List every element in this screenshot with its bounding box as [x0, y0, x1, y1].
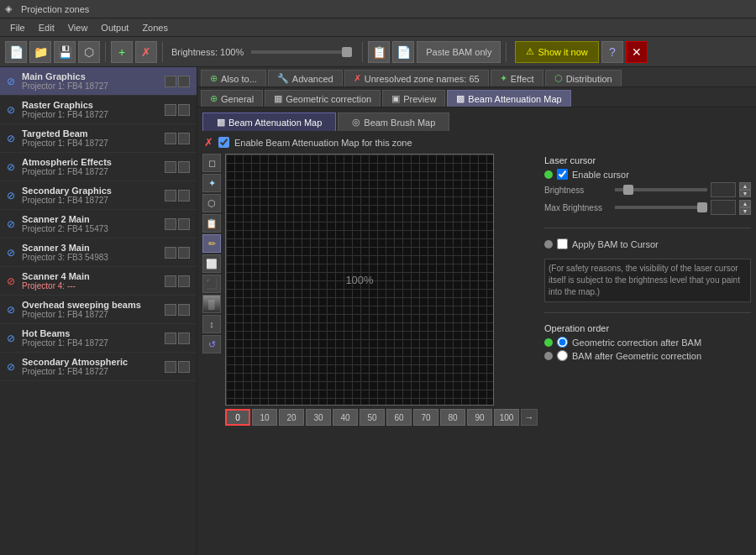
zone-item[interactable]: ⊘ Atmospheric Effects Projector 1: FB4 1…	[0, 153, 197, 181]
scale-50[interactable]: 50	[360, 409, 385, 426]
menu-zones[interactable]: Zones	[135, 21, 175, 34]
zone-item[interactable]: ⊘ Overhead sweeping beams Projector 1: F…	[0, 296, 197, 324]
zone-cb2[interactable]	[178, 161, 190, 173]
zone-cb1[interactable]	[165, 104, 176, 116]
add-btn[interactable]: +	[111, 41, 133, 63]
zone-item[interactable]: ⊘ Hot Beams Projector 1: FB4 18727	[0, 324, 197, 353]
paste-bam-button[interactable]: Paste BAM only	[417, 41, 501, 63]
copy-bam-btn[interactable]: 📋	[368, 41, 390, 63]
geo-after-bam-radio[interactable]	[557, 337, 568, 348]
zone-cb1[interactable]	[165, 332, 176, 344]
brightness-down[interactable]: ▼	[739, 190, 751, 197]
tab-beam-attenuation[interactable]: ▩ Beam Attenuation Map	[447, 90, 570, 107]
tab-distribution[interactable]: ⬡ Distribution	[545, 70, 622, 86]
zone-cb1[interactable]	[165, 190, 176, 202]
zone-name: Scanner 4 Main	[22, 271, 90, 281]
tool-fill[interactable]: ⬛	[202, 275, 221, 293]
brightness-slider[interactable]	[251, 50, 352, 54]
scale-80[interactable]: 80	[440, 409, 465, 426]
max-brightness-up[interactable]: ▲	[739, 200, 751, 207]
zone-item[interactable]: ⊘ Scanner 3 Main Projector 3: FB3 54983	[0, 238, 197, 267]
show-it-button[interactable]: ⚠ Show it now	[515, 41, 598, 63]
zone-item[interactable]: ⊘ Secondary Graphics Projector 1: FB4 18…	[0, 181, 197, 210]
zone-cb2[interactable]	[178, 332, 190, 344]
tab-preview[interactable]: ▣ Preview	[382, 90, 445, 107]
scale-30[interactable]: 30	[306, 409, 331, 426]
enable-cursor-checkbox[interactable]	[557, 169, 568, 180]
paste-icon-btn[interactable]: 📄	[392, 41, 414, 63]
bam-tab-attenuation[interactable]: ▩ Beam Attenuation Map	[202, 113, 336, 131]
menu-edit[interactable]: Edit	[32, 21, 61, 34]
zone-cb1[interactable]	[165, 133, 176, 144]
brightness-value[interactable]: 10	[711, 182, 736, 197]
zone-item[interactable]: ⊘ Raster Graphics Projector 1: FB4 18727	[0, 96, 197, 124]
tab-geometric[interactable]: ▦ Geometric correction	[265, 90, 381, 107]
scale-100[interactable]: 100	[494, 409, 519, 426]
tool-undo[interactable]: ↺	[202, 335, 221, 353]
tool-erase[interactable]: ⬜	[202, 254, 221, 273]
scale-arrow[interactable]: →	[521, 409, 538, 426]
zone-item[interactable]: ⊘ Scanner 4 Main Projector 4: ---	[0, 267, 197, 296]
zone-cb2[interactable]	[178, 304, 190, 316]
apply-bam-checkbox[interactable]	[557, 238, 568, 249]
tool-flip-h[interactable]: ↕	[202, 315, 221, 333]
zone-cb1[interactable]	[165, 161, 176, 173]
zone-cb2[interactable]	[178, 247, 190, 259]
bam-after-geo-radio[interactable]	[557, 350, 568, 361]
scale-10[interactable]: 10	[252, 409, 277, 426]
zone-item[interactable]: ⊘ Targeted Beam Projector 1: FB4 18727	[0, 124, 197, 153]
bam-tab-brush[interactable]: ◎ Beam Brush Map	[338, 113, 449, 131]
export-btn[interactable]: ⬡	[78, 41, 100, 63]
tab-unresolved[interactable]: ✗ Unresolved zone names: 65	[344, 70, 489, 86]
tool-pencil[interactable]: ✏	[202, 234, 221, 253]
zone-cb1[interactable]	[165, 361, 176, 373]
tool-move[interactable]: ✦	[202, 174, 221, 192]
zone-cb1[interactable]	[165, 247, 176, 259]
max-brightness-down[interactable]: ▼	[739, 207, 751, 215]
max-brightness-slider[interactable]	[615, 206, 707, 209]
tab-general[interactable]: ⊕ General	[201, 90, 263, 107]
enable-bam-checkbox[interactable]	[218, 137, 229, 148]
scale-90[interactable]: 90	[467, 409, 492, 426]
scale-0[interactable]: 0	[225, 409, 250, 426]
scale-40[interactable]: 40	[333, 409, 358, 426]
zone-item[interactable]: ⊘ Main Graphics Projector 1: FB4 18727	[0, 67, 197, 96]
bam-grid[interactable]: 100%	[225, 154, 494, 406]
zone-item[interactable]: ⊘ Secondary Atmospheric Projector 1: FB4…	[0, 353, 197, 381]
zone-cb2[interactable]	[178, 104, 190, 116]
menu-output[interactable]: Output	[94, 21, 135, 34]
save-btn[interactable]: 💾	[54, 41, 76, 63]
menu-file[interactable]: File	[3, 21, 32, 34]
tool-select[interactable]: ◻	[202, 154, 221, 172]
zone-cb1[interactable]	[165, 275, 176, 287]
zone-item[interactable]: ⊘ Scanner 2 Main Projector 2: FB4 15473	[0, 210, 197, 238]
scale-70[interactable]: 70	[413, 409, 438, 426]
zone-cb2[interactable]	[178, 275, 190, 287]
brightness-slider-cursor[interactable]	[615, 188, 707, 191]
zone-cb2[interactable]	[178, 190, 190, 202]
zone-cb2[interactable]	[178, 133, 190, 144]
zone-cb1[interactable]	[165, 218, 176, 230]
scale-60[interactable]: 60	[386, 409, 412, 426]
brightness-up[interactable]: ▲	[739, 182, 751, 190]
scale-20[interactable]: 20	[279, 409, 304, 426]
max-brightness-value[interactable]: 100	[711, 200, 736, 215]
tool-paste[interactable]: 📋	[202, 214, 221, 233]
tool-copy[interactable]: ⬡	[202, 194, 221, 212]
zone-cb1[interactable]	[165, 304, 176, 316]
new-btn[interactable]: 📄	[5, 41, 27, 63]
zone-cb2[interactable]	[178, 361, 190, 373]
help-btn[interactable]: ?	[601, 41, 623, 63]
zone-checkboxes	[165, 104, 190, 116]
menu-view[interactable]: View	[61, 21, 95, 34]
open-btn[interactable]: 📁	[29, 41, 51, 63]
zone-cb2[interactable]	[178, 218, 190, 230]
close-btn[interactable]: ✕	[626, 41, 648, 63]
zone-cb1[interactable]	[165, 76, 176, 87]
tab-also-to[interactable]: ⊕ Also to...	[201, 70, 266, 86]
tab-effect[interactable]: ✦ Effect	[491, 70, 543, 86]
zone-cb2[interactable]	[178, 76, 190, 87]
tab-advanced[interactable]: 🔧 Advanced	[268, 70, 343, 86]
tool-gradient[interactable]: ▒	[202, 295, 221, 313]
del-btn[interactable]: ✗	[135, 41, 157, 63]
